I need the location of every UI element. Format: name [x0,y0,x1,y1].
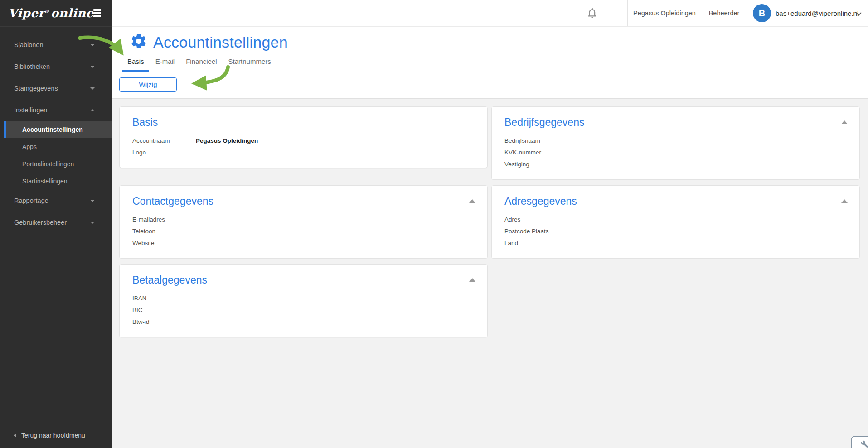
wrench-icon [861,442,868,448]
tab-email[interactable]: E-mail [150,56,180,72]
sidebar-item-instellingen[interactable]: Instellingen [0,99,112,121]
field-row: IBAN [132,293,475,304]
chevron-down-icon [90,44,95,46]
sidebar-item-label: Sjablonen [14,41,44,48]
sidebar-item-bibliotheken[interactable]: Bibliotheken [0,56,112,77]
field-row: KVK-nummer [504,147,847,159]
sidebar-item-sjablonen[interactable]: Sjablonen [0,34,112,56]
sidebar-item-accountinstellingen[interactable]: Accountinstellingen [4,121,112,138]
field-row: Website [132,237,475,249]
sidebar-item-apps[interactable]: Apps [0,138,112,155]
registered-mark: ® [45,9,50,14]
field-row: Bedrijfsnaam [504,135,847,147]
field-row: Postcode Plaats [504,226,847,237]
wijzig-button[interactable]: Wijzig [119,77,177,92]
sidebar-item-gebruikersbeheer[interactable]: Gebruikersbeheer [0,212,112,233]
user-avatar[interactable]: B [753,4,771,22]
sidebar-item-portaalinstellingen[interactable]: Portaalinstellingen [0,155,112,173]
field-row: Accountnaam Pegasus Opleidingen [132,135,475,147]
field-label: KVK-nummer [504,147,568,159]
card-adresgegevens: Adresgegevens Adres Postcode Plaats Land [491,185,860,259]
menu-icon[interactable] [93,9,101,17]
sidebar-item-stamgegevens[interactable]: Stamgegevens [0,77,112,99]
field-label: Vestiging [504,159,568,170]
brand-logo-suffix: online [51,6,93,20]
brand-logo-name: Viper [8,6,45,20]
field-row: E-mailadres [132,214,475,226]
field-row: Adres [504,214,847,226]
field-row: Land [504,237,847,249]
tab-startnummers[interactable]: Startnummers [223,56,276,72]
topbar-company-name: Pegasus Opleidingen [627,0,702,26]
notifications-bell-icon[interactable] [586,7,598,21]
sidebar-subitem-label: Startinstellingen [22,178,68,185]
field-row: Vestiging [504,159,847,170]
chevron-down-icon [90,66,95,68]
tab-basis[interactable]: Basis [122,56,149,72]
topbar: Pegasus Opleidingen Beheerder B bas+edua… [112,0,868,27]
chevron-up-icon [90,109,95,111]
sidebar-item-label: Gebruikersbeheer [14,219,67,226]
collapse-up-icon[interactable] [469,199,475,203]
page-title: Accountinstellingen [153,34,288,51]
collapse-up-icon[interactable] [841,199,848,203]
chevron-down-icon [90,87,95,90]
field-label: BIC [132,304,196,316]
user-email[interactable]: bas+eduard@viperonline.nl [776,0,858,26]
cards-grid: Basis Accountnaam Pegasus Opleidingen Lo… [112,99,868,337]
field-label: Accountnaam [132,135,196,147]
field-label: Logo [132,147,196,159]
card-bedrijfsgegevens: Bedrijfsgegevens Bedrijfsnaam KVK-nummer… [491,106,860,180]
card-contactgegevens: Contactgegevens E-mailadres Telefoon Web… [119,185,488,259]
main-content: Accountinstellingen Basis E-mail Financi… [112,27,868,448]
floating-tool-button[interactable] [851,436,868,448]
sidebar-item-rapportage[interactable]: Rapportage [0,190,112,212]
sidebar-subitem-label: Accountinstellingen [22,126,83,133]
sidebar-nav: Sjablonen Bibliotheken Stamgegevens Inst… [0,27,112,233]
page-header: Accountinstellingen Basis E-mail Financi… [112,27,868,99]
field-row: Btw-id [132,316,475,328]
field-row: Logo [132,147,475,159]
tabs: Basis E-mail Financieel Startnummers [112,56,868,71]
topbar-divider [747,0,747,26]
card-title: Betaalgegevens [132,274,475,286]
sidebar-item-label: Stamgegevens [14,85,58,92]
field-label: Website [132,237,196,249]
chevron-down-icon [90,222,95,224]
field-row: BIC [132,304,475,316]
sidebar-item-label: Instellingen [14,106,47,114]
back-to-main-menu-link[interactable]: Terug naar hoofdmenu [0,422,112,448]
sidebar: Viper®online Sjablonen Bibliotheken Stam… [0,0,112,448]
sidebar-subitem-label: Portaalinstellingen [22,160,74,168]
collapse-up-icon[interactable] [841,120,848,124]
topbar-role: Beheerder [702,0,747,26]
sidebar-subitem-label: Apps [22,143,37,150]
chevron-down-icon [90,200,95,202]
field-label: Land [504,237,568,249]
sidebar-header: Viper®online [0,0,112,27]
sidebar-item-startinstellingen[interactable]: Startinstellingen [0,173,112,190]
field-value: Pegasus Opleidingen [196,135,258,147]
field-label: Btw-id [132,316,196,328]
field-label: Postcode Plaats [504,226,568,237]
card-basis: Basis Accountnaam Pegasus Opleidingen Lo… [119,106,488,168]
card-title: Adresgegevens [504,195,847,207]
field-label: Telefoon [132,226,196,237]
field-label: IBAN [132,293,196,304]
card-title: Basis [132,116,475,129]
field-row: Telefoon [132,226,475,237]
sidebar-item-label: Bibliotheken [14,63,50,70]
card-title: Bedrijfsgegevens [504,116,847,129]
field-label: E-mailadres [132,214,196,226]
settings-gear-icon [130,32,148,52]
brand-logo[interactable]: Viper®online [8,6,93,20]
chevron-left-icon [14,433,16,438]
card-betaalgegevens: Betaalgegevens IBAN BIC Btw-id [119,264,488,337]
field-label: Adres [504,214,568,226]
sidebar-item-label: Rapportage [14,197,48,204]
card-title: Contactgegevens [132,195,475,207]
field-label: Bedrijfsnaam [504,135,568,147]
collapse-up-icon[interactable] [469,278,475,282]
back-to-main-menu-label: Terug naar hoofdmenu [21,432,85,439]
tab-financieel[interactable]: Financieel [181,56,222,72]
